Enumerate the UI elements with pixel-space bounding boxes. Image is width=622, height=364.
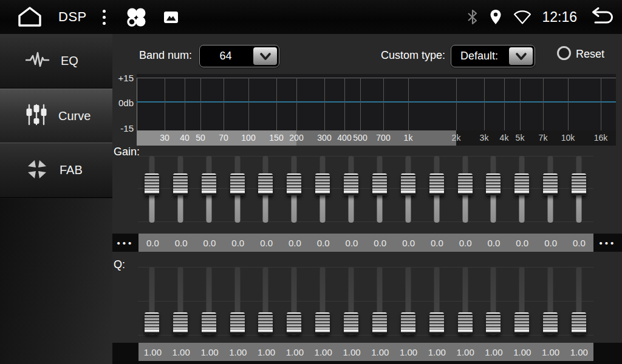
gain-slider[interactable] <box>508 155 536 224</box>
gain-slider[interactable] <box>138 155 166 224</box>
slider-thumb[interactable] <box>458 174 473 195</box>
slider-thumb[interactable] <box>458 312 473 334</box>
freq-tick-label: 3k <box>480 133 489 143</box>
gain-slider[interactable] <box>195 155 223 224</box>
q-slider[interactable] <box>280 266 308 337</box>
slider-thumb[interactable] <box>315 312 330 334</box>
chevron-down-icon[interactable] <box>253 47 277 65</box>
slider-thumb[interactable] <box>145 174 159 195</box>
overflow-menu-icon[interactable] <box>103 10 106 25</box>
slider-thumb[interactable] <box>429 312 444 334</box>
band-num-label: Band num: <box>139 49 192 62</box>
slider-thumb[interactable] <box>287 312 301 334</box>
slider-thumb[interactable] <box>202 174 216 195</box>
q-slider[interactable] <box>138 266 166 337</box>
slider-thumb[interactable] <box>258 312 273 334</box>
back-icon[interactable] <box>587 7 615 27</box>
slider-thumb[interactable] <box>543 174 558 195</box>
reset-radio[interactable] <box>557 46 571 60</box>
slider-thumb[interactable] <box>145 312 159 334</box>
q-sliders <box>138 266 593 337</box>
dsp-screen: DSP <box>0 0 622 364</box>
gain-value: 0.0 <box>366 234 394 252</box>
gain-slider[interactable] <box>565 155 593 224</box>
slider-thumb[interactable] <box>287 174 301 195</box>
freq-tick-label: 300 <box>317 133 331 143</box>
slider-thumb[interactable] <box>572 312 586 334</box>
gain-value: 0.0 <box>536 234 565 252</box>
q-value: 1.00 <box>338 343 366 361</box>
q-slider[interactable] <box>224 266 251 337</box>
slider-thumb[interactable] <box>258 174 273 195</box>
slider-thumb[interactable] <box>344 174 358 195</box>
reset-label[interactable]: Reset <box>576 48 604 61</box>
q-slider[interactable] <box>394 266 422 337</box>
band-num-dropdown[interactable]: 64 <box>199 45 279 67</box>
q-slider[interactable] <box>195 266 223 337</box>
q-slider[interactable] <box>337 266 365 337</box>
gain-slider[interactable] <box>280 155 308 224</box>
slider-thumb[interactable] <box>572 174 586 195</box>
gain-slider[interactable] <box>423 155 451 224</box>
slider-thumb[interactable] <box>543 312 558 334</box>
slider-thumb[interactable] <box>486 312 501 334</box>
slider-thumb[interactable] <box>344 312 358 334</box>
slider-thumb[interactable] <box>173 312 188 334</box>
gain-slider[interactable] <box>479 155 507 224</box>
q-slider[interactable] <box>479 266 507 337</box>
slider-thumb[interactable] <box>372 174 387 195</box>
gain-value: 0.0 <box>281 234 309 252</box>
sidebar-item-eq[interactable]: EQ <box>0 34 112 89</box>
gain-slider[interactable] <box>394 155 422 224</box>
q-more-right-button[interactable] <box>593 343 622 361</box>
slider-thumb[interactable] <box>486 174 501 195</box>
gain-slider[interactable] <box>309 155 337 224</box>
gain-more-right-button[interactable]: ••• <box>593 234 622 252</box>
freq-gridline <box>456 78 457 130</box>
sidebar-item-fab[interactable]: FAB <box>0 143 112 198</box>
slider-thumb[interactable] <box>429 174 444 195</box>
gain-value: 0.0 <box>565 234 593 252</box>
slider-thumb[interactable] <box>514 312 529 334</box>
q-value: 1.00 <box>451 343 480 361</box>
apps-clover-icon[interactable] <box>124 5 148 29</box>
q-slider[interactable] <box>451 266 479 337</box>
slider-thumb[interactable] <box>401 312 415 334</box>
q-more-left-button[interactable] <box>112 343 138 361</box>
slider-thumb[interactable] <box>173 174 188 195</box>
gain-slider[interactable] <box>166 155 194 224</box>
q-slider[interactable] <box>536 266 564 337</box>
gallery-icon[interactable] <box>163 9 179 25</box>
q-slider[interactable] <box>366 266 394 337</box>
slider-thumb[interactable] <box>230 174 245 195</box>
custom-type-dropdown[interactable]: Default: <box>451 45 535 67</box>
gain-slider[interactable] <box>451 155 479 224</box>
slider-thumb[interactable] <box>202 312 216 334</box>
q-slider[interactable] <box>251 266 279 337</box>
freq-gridline <box>276 78 277 130</box>
slider-thumb[interactable] <box>401 174 415 195</box>
gain-slider[interactable] <box>251 155 279 224</box>
q-slider[interactable] <box>309 266 337 337</box>
q-slider[interactable] <box>508 266 536 337</box>
gain-slider[interactable] <box>224 155 251 224</box>
sidebar-item-curve[interactable]: Curve <box>0 89 112 143</box>
waveform-icon <box>26 50 50 73</box>
gain-slider[interactable] <box>337 155 365 224</box>
q-value: 1.00 <box>480 343 508 361</box>
slider-thumb[interactable] <box>514 174 529 195</box>
q-slider[interactable] <box>166 266 194 337</box>
chevron-down-icon[interactable] <box>509 47 533 65</box>
freq-gridline <box>504 78 505 130</box>
q-slider[interactable] <box>565 266 593 337</box>
q-slider[interactable] <box>423 266 451 337</box>
gain-slider[interactable] <box>366 155 394 224</box>
home-icon[interactable] <box>16 5 44 29</box>
slider-thumb[interactable] <box>372 312 387 334</box>
q-value: 1.00 <box>196 343 224 361</box>
slider-thumb[interactable] <box>230 312 245 334</box>
gain-value: 0.0 <box>451 234 480 252</box>
gain-slider[interactable] <box>536 155 564 224</box>
gain-more-left-button[interactable]: ••• <box>112 234 138 252</box>
slider-thumb[interactable] <box>315 174 330 195</box>
